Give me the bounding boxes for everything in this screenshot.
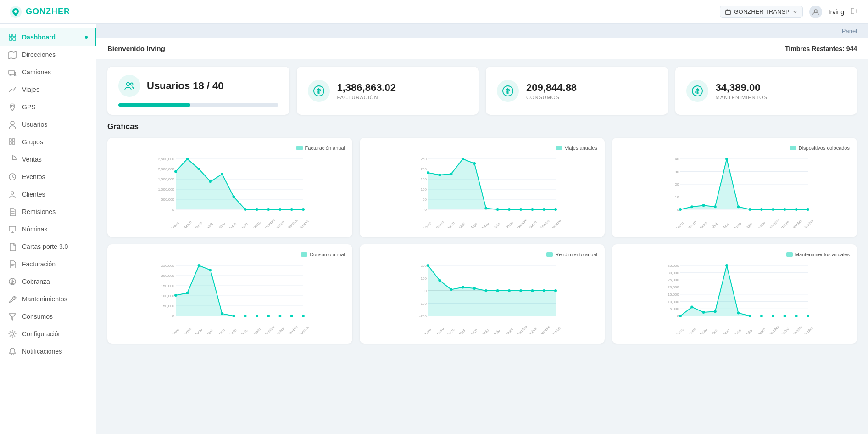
sidebar-item-facturacion[interactable]: Facturación bbox=[0, 255, 96, 273]
svg-text:Enero: Enero bbox=[674, 327, 684, 334]
svg-text:100,000: 100,000 bbox=[161, 294, 174, 298]
sidebar-item-notificaciones[interactable]: Notificaciones bbox=[0, 343, 96, 360]
sidebar-item-nominas[interactable]: Nóminas bbox=[0, 220, 96, 238]
company-selector[interactable]: GONZHER TRANSP bbox=[720, 6, 803, 18]
svg-text:2,000,000: 2,000,000 bbox=[158, 167, 174, 171]
sidebar-label: Clientes bbox=[22, 191, 45, 198]
chart-legend: Mantenimientos anuales bbox=[786, 252, 850, 257]
sidebar-item-gps[interactable]: GPS bbox=[0, 98, 96, 116]
svg-text:30: 30 bbox=[675, 170, 679, 174]
chart-card-rendimiento-anual: Rendimiento anual 2001000-100-200 EneroF… bbox=[360, 244, 605, 344]
chart-title-row: Consumo anual bbox=[115, 252, 345, 257]
graficas-title: Gráficas bbox=[107, 122, 857, 131]
chart-card-facturacion-anual: Facturación anual 2,500,0002,000,0001,50… bbox=[107, 138, 352, 237]
map-icon bbox=[8, 51, 17, 59]
panel-label: Panel bbox=[842, 28, 857, 34]
svg-point-194 bbox=[484, 289, 487, 292]
chart-title: Mantenimientos anuales bbox=[795, 252, 850, 257]
sidebar-item-clientes[interactable]: Clientes bbox=[0, 186, 96, 203]
svg-text:2,500,000: 2,500,000 bbox=[158, 157, 174, 161]
svg-text:Noviembre: Noviembre bbox=[535, 218, 551, 228]
svg-text:0: 0 bbox=[677, 314, 679, 318]
svg-text:10: 10 bbox=[675, 195, 679, 199]
chart-legend: Facturación anual bbox=[296, 145, 345, 151]
svg-point-154 bbox=[186, 292, 189, 294]
person-icon bbox=[8, 190, 17, 198]
chart-card-consumo-anual: Consumo anual 250,000200,000150,000100,0… bbox=[107, 244, 352, 344]
svg-text:250: 250 bbox=[421, 157, 427, 161]
grid-icon bbox=[8, 33, 17, 41]
kpi-row: Usuarios 18 / 40 1,386,863.02 FACTURACIÓ… bbox=[96, 59, 868, 122]
svg-text:Julio: Julio bbox=[493, 328, 501, 334]
sidebar-item-cartas-porte[interactable]: Cartas porte 3.0 bbox=[0, 238, 96, 255]
sidebar-item-consumos[interactable]: Consumos bbox=[0, 308, 96, 325]
sidebar-item-camiones[interactable]: Camiones bbox=[0, 63, 96, 81]
sidebar-item-usuarios[interactable]: Usuarios bbox=[0, 116, 96, 133]
svg-text:Junio: Junio bbox=[228, 221, 238, 228]
sidebar-item-viajes[interactable]: Viajes bbox=[0, 81, 96, 98]
svg-point-54 bbox=[290, 208, 293, 211]
kpi-card-mantenimientos: 34,389.00 MANTENIMIENTOS bbox=[675, 67, 857, 115]
svg-rect-14 bbox=[9, 142, 11, 144]
chart-title-row: Dispositivos colocados bbox=[619, 145, 850, 151]
logout-icon[interactable] bbox=[851, 7, 859, 17]
svg-point-237 bbox=[760, 315, 763, 317]
svg-text:Noviembre: Noviembre bbox=[788, 218, 803, 228]
kpi-icon-wrap bbox=[308, 80, 330, 102]
svg-text:Mayo: Mayo bbox=[469, 328, 479, 334]
svg-point-51 bbox=[256, 208, 258, 211]
svg-point-86 bbox=[484, 207, 487, 210]
svg-point-190 bbox=[438, 279, 441, 282]
svg-text:Agosto: Agosto bbox=[755, 220, 766, 228]
kpi-label: FACTURACIÓN bbox=[337, 95, 468, 100]
svg-text:Septiembre: Septiembre bbox=[512, 218, 529, 228]
sidebar-item-direcciones[interactable]: Direcciones bbox=[0, 46, 96, 63]
svg-point-52 bbox=[267, 208, 270, 211]
svg-marker-152 bbox=[176, 265, 303, 316]
kpi-progress-fill bbox=[118, 103, 190, 107]
svg-text:100: 100 bbox=[421, 276, 427, 281]
svg-point-158 bbox=[232, 315, 235, 317]
svg-point-233 bbox=[714, 310, 717, 313]
sidebar-item-mantenimientos[interactable]: Mantenimientos bbox=[0, 290, 96, 308]
chart-title-row: Viajes anuales bbox=[367, 145, 597, 151]
monitor-icon bbox=[8, 225, 17, 233]
svg-text:150: 150 bbox=[421, 177, 427, 181]
sidebar-item-configuracion[interactable]: Configuración bbox=[0, 325, 96, 343]
svg-text:Noviembre: Noviembre bbox=[788, 325, 803, 334]
svg-point-81 bbox=[427, 171, 429, 174]
sidebar-label: Usuarios bbox=[22, 121, 47, 128]
chart-svg: 250,000200,000150,000100,00050,0000 Ener… bbox=[115, 261, 345, 334]
sidebar-item-eventos[interactable]: Eventos bbox=[0, 168, 96, 186]
svg-text:Febrero: Febrero bbox=[685, 327, 697, 334]
chart-title: Facturación anual bbox=[305, 145, 345, 151]
svg-point-240 bbox=[795, 315, 798, 317]
chart-legend: Viajes anuales bbox=[556, 145, 597, 151]
file-icon bbox=[8, 242, 17, 251]
legend-box bbox=[546, 252, 553, 257]
sidebar-item-dashboard[interactable]: Dashboard bbox=[0, 28, 96, 46]
sidebar-item-cobranza[interactable]: Cobranza bbox=[0, 273, 96, 290]
svg-rect-15 bbox=[12, 142, 15, 144]
svg-text:Marzo: Marzo bbox=[445, 221, 456, 228]
timbres-label: Timbres Restantes: bbox=[785, 45, 845, 52]
sidebar-item-remisiones[interactable]: Remisiones bbox=[0, 203, 96, 220]
svg-rect-7 bbox=[13, 38, 16, 40]
avatar bbox=[809, 6, 822, 18]
svg-point-49 bbox=[232, 196, 235, 198]
svg-text:200: 200 bbox=[421, 264, 427, 268]
svg-text:Mayo: Mayo bbox=[721, 328, 731, 334]
svg-text:Agosto: Agosto bbox=[503, 327, 514, 334]
company-name: GONZHER TRANSP bbox=[734, 8, 790, 15]
svg-point-26 bbox=[127, 83, 130, 86]
svg-text:Diciembre: Diciembre bbox=[295, 325, 310, 334]
svg-point-125 bbox=[783, 208, 786, 211]
svg-point-47 bbox=[209, 180, 212, 183]
kpi-progress-bar bbox=[118, 103, 278, 107]
svg-text:Septiembre: Septiembre bbox=[764, 218, 781, 228]
svg-text:35,000: 35,000 bbox=[668, 264, 679, 268]
sidebar-item-ventas[interactable]: Ventas bbox=[0, 151, 96, 168]
svg-rect-20 bbox=[9, 226, 16, 231]
svg-point-161 bbox=[267, 315, 270, 317]
sidebar-item-grupos[interactable]: Grupos bbox=[0, 133, 96, 151]
